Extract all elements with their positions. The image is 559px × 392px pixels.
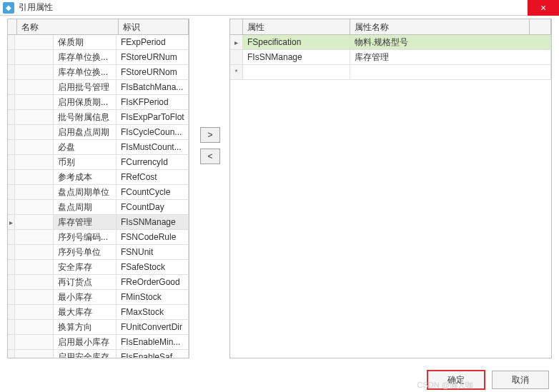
cell-name: 序列号单位 [54, 245, 117, 259]
tree-indent [15, 65, 54, 79]
source-row[interactable]: 启用最小库存FIsEnableMin... [8, 335, 189, 350]
cell-name: 币别 [54, 155, 117, 169]
cell-name: 序列号编码... [54, 230, 117, 244]
cell-name: 再订货点 [54, 275, 117, 289]
cell-id: FMinStock [117, 290, 189, 304]
source-row[interactable]: 启用批号管理FIsBatchMana... [8, 80, 189, 95]
header-prop[interactable]: 属性 [243, 19, 350, 34]
cell-id: FStoreURNum [117, 50, 189, 64]
cell-prop: FSpecification [243, 35, 350, 49]
tree-indent [15, 185, 54, 199]
cell-id: FMaxStock [117, 305, 189, 319]
tree-indent [15, 125, 54, 139]
source-row[interactable]: 盘点周期单位FCountCycle [8, 185, 189, 200]
target-row[interactable]: FIsSNManage库存管理 [230, 50, 551, 65]
tree-indent [15, 290, 54, 304]
row-indicator [8, 65, 15, 79]
cancel-button[interactable]: 取消 [492, 371, 549, 389]
cell-id: FSNUnit [117, 245, 189, 259]
cell-name: 启用盘点周期 [54, 125, 117, 139]
target-grid-body[interactable]: ▸FSpecification物料.规格型号FIsSNManage库存管理* [230, 35, 551, 358]
row-indicator: * [230, 65, 243, 79]
target-grid-header: 属性 属性名称 [230, 19, 551, 35]
header-propname[interactable]: 属性名称 [350, 19, 530, 34]
remove-button[interactable]: < [200, 149, 220, 164]
source-grid: 名称 标识 保质期FExpPeriod库存单位换...FStoreURNum库存… [7, 19, 189, 358]
source-row[interactable]: 序列号单位FSNUnit [8, 245, 189, 260]
cell-name: 库存单位换... [54, 50, 117, 64]
row-indicator [230, 50, 243, 64]
cell-name: 库存单位换... [54, 65, 117, 79]
row-indicator [8, 260, 15, 274]
tree-indent [15, 200, 54, 214]
cell-id: FReOrderGood [117, 275, 189, 289]
tree-indent [15, 155, 54, 169]
source-row[interactable]: 换算方向FUnitConvertDir [8, 320, 189, 335]
row-indicator: ▸ [230, 35, 243, 49]
target-row[interactable]: ▸FSpecification物料.规格型号 [230, 35, 551, 50]
tree-indent [15, 335, 54, 349]
source-row[interactable]: 启用盘点周期FIsCycleCoun... [8, 125, 189, 140]
source-row[interactable]: 启用保质期...FIsKFPeriod [8, 95, 189, 110]
cell-propname [350, 65, 551, 79]
source-row[interactable]: 序列号编码...FSNCodeRule [8, 230, 189, 245]
source-row[interactable]: 启用安全库存FIsEnableSaf... [8, 350, 189, 358]
cell-id: FStoreURNom [117, 65, 189, 79]
source-row[interactable]: 币别FCurrencyId [8, 155, 189, 170]
cell-name: 批号附属信息 [54, 110, 117, 124]
tree-indent [15, 275, 54, 289]
source-row[interactable]: 保质期FExpPeriod [8, 35, 189, 50]
tree-indent [15, 110, 54, 124]
source-row[interactable]: 安全库存FSafeStock [8, 260, 189, 275]
tree-indent [15, 215, 54, 229]
window-title: 引用属性 [19, 1, 53, 14]
source-row[interactable]: 必盘FIsMustCount... [8, 140, 189, 155]
source-row[interactable]: 再订货点FReOrderGood [8, 275, 189, 290]
row-indicator [8, 50, 15, 64]
source-grid-body[interactable]: 保质期FExpPeriod库存单位换...FStoreURNum库存单位换...… [8, 35, 189, 358]
close-button[interactable]: × [528, 0, 559, 16]
cell-id: FUnitConvertDir [117, 320, 189, 334]
tree-indent [15, 245, 54, 259]
titlebar: ◆ 引用属性 × [0, 0, 559, 16]
cell-id: FIsCycleCoun... [117, 125, 189, 139]
app-icon: ◆ [3, 2, 14, 14]
source-row[interactable]: 库存单位换...FStoreURNum [8, 50, 189, 65]
header-indicator [230, 19, 243, 34]
source-row[interactable]: 最小库存FMinStock [8, 290, 189, 305]
row-indicator [8, 245, 15, 259]
tree-indent [15, 320, 54, 334]
header-end [530, 19, 551, 34]
row-indicator [8, 320, 15, 334]
tree-indent [15, 305, 54, 319]
cell-id: FExpPeriod [117, 35, 189, 49]
header-indicator [8, 19, 17, 34]
target-grid: 属性 属性名称 ▸FSpecification物料.规格型号FIsSNManag… [229, 19, 552, 358]
header-name[interactable]: 名称 [17, 19, 119, 34]
header-id[interactable]: 标识 [119, 19, 189, 34]
source-row[interactable]: 最大库存FMaxStock [8, 305, 189, 320]
cell-id: FSafeStock [117, 260, 189, 274]
row-indicator [8, 35, 15, 49]
row-indicator [8, 185, 15, 199]
add-button[interactable]: > [200, 127, 220, 143]
row-indicator [8, 335, 15, 349]
source-row[interactable]: 参考成本FRefCost [8, 170, 189, 185]
source-row[interactable]: 库存单位换...FStoreURNom [8, 65, 189, 80]
row-indicator [8, 200, 15, 214]
main-content: 名称 标识 保质期FExpPeriod库存单位换...FStoreURNum库存… [0, 16, 559, 358]
cell-id: FIsEnableSaf... [117, 350, 189, 358]
tree-indent [15, 350, 54, 358]
cell-name: 最大库存 [54, 305, 117, 319]
cell-id: FIsKFPeriod [117, 95, 189, 109]
row-indicator [8, 350, 15, 358]
target-row[interactable]: * [230, 65, 551, 80]
source-row[interactable]: ▸库存管理FIsSNManage [8, 215, 189, 230]
cell-name: 启用安全库存 [54, 350, 117, 358]
source-row[interactable]: 盘点周期FCountDay [8, 200, 189, 215]
cell-name: 盘点周期单位 [54, 185, 117, 199]
source-row[interactable]: 批号附属信息FIsExpParToFlot [8, 110, 189, 125]
row-indicator [8, 230, 15, 244]
cell-name: 库存管理 [54, 215, 117, 229]
ok-button[interactable]: 确定 [427, 371, 485, 389]
